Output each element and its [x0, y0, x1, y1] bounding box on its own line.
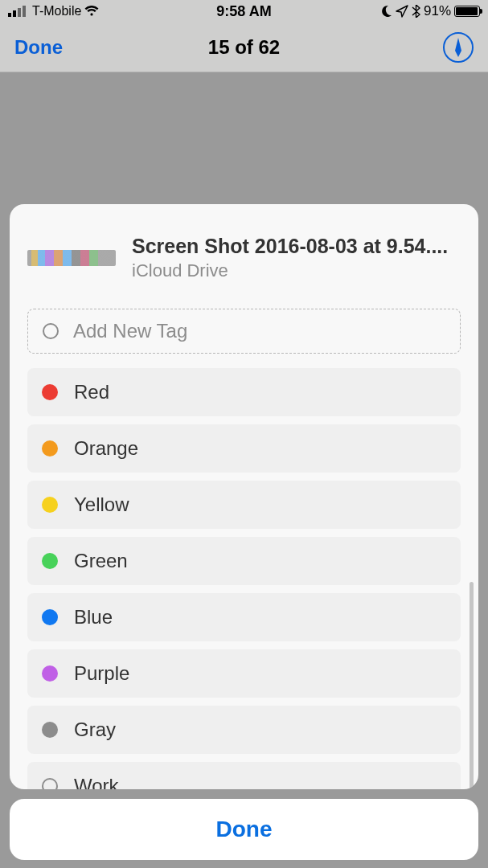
tag-list: Red Orange Yellow Green Blue Purple Gray: [10, 368, 478, 789]
tag-dot-icon: [42, 497, 58, 513]
carrier-label: T-Mobile: [32, 4, 81, 18]
tag-row-red[interactable]: Red: [27, 368, 461, 416]
file-header: Screen Shot 2016-08-03 at 9.54.... iClou…: [10, 227, 478, 309]
add-tag-circle-icon: [43, 323, 59, 339]
tag-row-purple[interactable]: Purple: [27, 649, 461, 698]
tag-label: Orange: [74, 437, 138, 460]
add-new-tag-row[interactable]: Add New Tag: [27, 309, 461, 354]
markup-button[interactable]: [443, 32, 474, 63]
tag-row-yellow[interactable]: Yellow: [27, 481, 461, 529]
tag-dot-icon: [42, 609, 58, 625]
tag-row-work[interactable]: Work: [27, 762, 461, 789]
status-left-cluster: T-Mobile: [8, 4, 99, 18]
tag-dot-icon: [42, 778, 58, 789]
tag-label: Gray: [74, 719, 116, 741]
file-location: iCloud Drive: [132, 260, 461, 281]
tag-row-green[interactable]: Green: [27, 537, 461, 585]
nav-title: 15 of 62: [208, 36, 280, 59]
tag-label: Green: [74, 550, 128, 572]
tag-dot-icon: [42, 384, 58, 400]
tag-sheet: Screen Shot 2016-08-03 at 9.54.... iClou…: [10, 204, 478, 789]
tag-row-gray[interactable]: Gray: [27, 706, 461, 754]
tag-dot-icon: [42, 665, 58, 682]
tag-dot-icon: [42, 722, 58, 738]
battery-percentage: 91%: [424, 3, 451, 19]
file-name: Screen Shot 2016-08-03 at 9.54....: [132, 235, 461, 258]
sheet-done-label: Done: [216, 817, 273, 842]
battery-icon: [454, 6, 480, 17]
scroll-indicator: [470, 582, 474, 789]
wifi-icon: [84, 6, 99, 17]
add-tag-placeholder: Add New Tag: [73, 320, 187, 342]
tag-row-blue[interactable]: Blue: [27, 593, 461, 641]
tag-label: Red: [74, 381, 109, 403]
tag-row-orange[interactable]: Orange: [27, 424, 461, 473]
tag-label: Blue: [74, 606, 113, 628]
status-bar: T-Mobile 9:58 AM 91%: [0, 0, 488, 23]
location-icon: [396, 5, 408, 18]
nav-bar: Done 15 of 62: [0, 23, 488, 72]
nav-done-button[interactable]: Done: [14, 36, 63, 59]
do-not-disturb-icon: [379, 5, 392, 18]
sheet-done-button[interactable]: Done: [10, 799, 478, 860]
tag-dot-icon: [42, 553, 58, 569]
bluetooth-icon: [412, 5, 420, 18]
tag-label: Yellow: [74, 493, 129, 516]
cell-signal-icon: [8, 6, 26, 17]
tag-dot-icon: [42, 440, 58, 457]
tag-label: Work: [74, 775, 119, 789]
tag-label: Purple: [74, 662, 129, 685]
pen-icon: [450, 38, 466, 57]
file-thumbnail: [27, 250, 116, 266]
status-right-cluster: 91%: [379, 3, 480, 19]
status-time: 9:58 AM: [216, 3, 271, 20]
